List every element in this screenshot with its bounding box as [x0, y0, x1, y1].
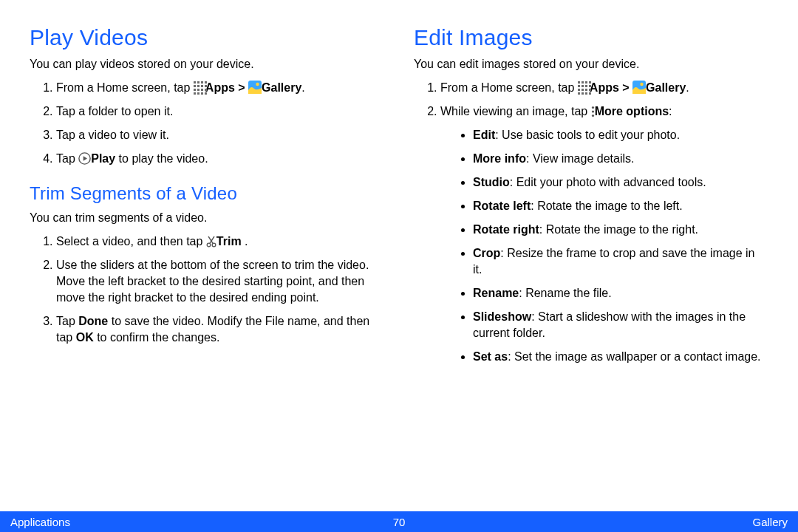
svg-point-1	[256, 83, 259, 86]
list-item: More info: View image details.	[473, 151, 770, 167]
text: to play the video.	[115, 152, 208, 165]
steps-trim: Select a video, and then tap Trim . Use …	[30, 233, 392, 346]
steps-play-videos: From a Home screen, tap Apps > Gallery. …	[30, 80, 392, 167]
label-gallery: Gallery	[646, 81, 686, 94]
opt-key: Rename	[473, 287, 519, 299]
text: .	[686, 81, 689, 94]
list-item: Set as: Set the image as wallpaper or a …	[473, 349, 770, 365]
scissors-icon	[206, 236, 216, 248]
opt-val: : Rename the file.	[519, 287, 611, 299]
list-item: From a Home screen, tap Apps > Gallery.	[440, 80, 776, 96]
footer-subsection: Gallery	[752, 516, 788, 528]
more-options-list: Edit: Use basic tools to edit your photo…	[440, 127, 770, 365]
list-item: Tap a video to view it.	[56, 127, 392, 143]
text: to confirm the changes.	[94, 331, 220, 344]
list-item: From a Home screen, tap Apps > Gallery.	[56, 80, 392, 96]
list-item: Slideshow: Start a slideshow with the im…	[473, 309, 770, 341]
text: .	[242, 235, 248, 248]
list-item: Select a video, and then tap Trim .	[56, 233, 392, 250]
text: :	[669, 105, 672, 117]
gallery-icon	[248, 81, 262, 94]
footer-section: Applications	[10, 516, 70, 528]
intro-trim: You can trim segments of a video.	[30, 210, 392, 226]
svg-point-4	[212, 243, 216, 247]
apps-grid-icon	[578, 81, 590, 93]
opt-val: : Resize the frame to crop and save the …	[473, 247, 755, 276]
list-item: Use the sliders at the bottom of the scr…	[56, 257, 392, 306]
intro-edit-images: You can edit images stored on your devic…	[414, 56, 776, 72]
text: While viewing an image, tap	[440, 105, 591, 117]
opt-key: Studio	[473, 176, 510, 188]
text: Tap	[56, 315, 78, 327]
label-done: Done	[78, 315, 108, 327]
left-column: Play Videos You can play videos stored o…	[30, 25, 392, 372]
label-trim: Trim	[216, 235, 242, 248]
apps-grid-icon	[194, 81, 205, 93]
svg-point-8	[640, 83, 643, 86]
text: .	[301, 81, 304, 94]
svg-point-11	[592, 115, 594, 117]
label-gallery: Gallery	[262, 81, 301, 94]
opt-key: More info	[473, 152, 526, 165]
label-ok: OK	[76, 331, 94, 344]
svg-point-3	[207, 243, 211, 247]
label-apps: Apps >	[590, 81, 632, 94]
list-item: Crop: Resize the frame to crop and save …	[473, 245, 770, 278]
opt-key: Crop	[473, 247, 500, 259]
list-item: Rotate right: Rotate the image to the ri…	[473, 222, 770, 238]
label-more-options: More options	[595, 105, 669, 117]
opt-key: Rotate left	[473, 200, 531, 212]
opt-key: Slideshow	[473, 310, 531, 323]
opt-val: : Use basic tools to edit your photo.	[495, 129, 680, 141]
gallery-icon	[632, 81, 646, 94]
text: Select a video, and then tap	[56, 235, 206, 248]
list-item: Tap Done to save the video. Modify the F…	[56, 313, 392, 346]
list-item: Rename: Rename the file.	[473, 285, 770, 301]
heading-play-videos: Play Videos	[30, 25, 392, 50]
label-play: Play	[91, 152, 115, 165]
opt-key: Set as	[473, 350, 508, 363]
text: From a Home screen, tap	[440, 81, 578, 94]
opt-key: Edit	[473, 129, 495, 141]
label-apps: Apps >	[205, 81, 248, 94]
opt-val: : Rotate the image to the right.	[539, 223, 698, 236]
list-item: Tap Play to play the video.	[56, 151, 392, 167]
right-column: Edit Images You can edit images stored o…	[414, 25, 776, 372]
opt-val: : View image details.	[526, 152, 634, 165]
svg-point-10	[592, 110, 594, 112]
opt-val: : Rotate the image to the left.	[531, 200, 682, 212]
text: From a Home screen, tap	[56, 81, 194, 94]
manual-page: Play Videos You can play videos stored o…	[0, 0, 798, 532]
heading-trim: Trim Segments of a Video	[30, 183, 392, 204]
footer-page-number: 70	[0, 516, 798, 528]
list-item: Rotate left: Rotate the image to the lef…	[473, 198, 770, 214]
opt-val: : Edit your photo with advanced tools.	[510, 176, 706, 188]
intro-play-videos: You can play videos stored on your devic…	[30, 56, 392, 72]
heading-edit-images: Edit Images	[414, 25, 776, 50]
list-item: Edit: Use basic tools to edit your photo…	[473, 127, 770, 143]
opt-val: : Set the image as wallpaper or a contac…	[508, 350, 760, 363]
opt-key: Rotate right	[473, 223, 539, 236]
list-item: While viewing an image, tap More options…	[440, 103, 776, 365]
text: Tap	[56, 152, 78, 165]
list-item: Tap a folder to open it.	[56, 103, 392, 120]
svg-point-9	[592, 106, 594, 109]
steps-edit-images: From a Home screen, tap Apps > Gallery. …	[414, 80, 776, 365]
page-footer: Applications 70 Gallery	[0, 511, 798, 532]
play-icon	[78, 152, 91, 165]
list-item: Studio: Edit your photo with advanced to…	[473, 174, 770, 191]
